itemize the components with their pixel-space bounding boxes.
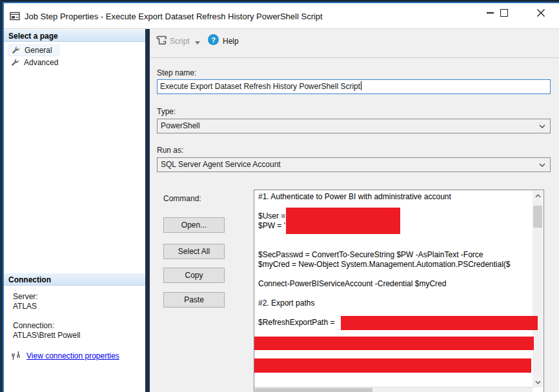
type-value: PowerShell (161, 121, 200, 130)
paste-button[interactable]: Paste (163, 292, 225, 308)
run-as-value: SQL Server Agent Service Account (161, 160, 281, 169)
maximize-button[interactable] (494, 0, 514, 25)
command-line: #1. Authenticate to Power BI with admini… (258, 192, 533, 202)
run-as-label: Run as: (157, 146, 183, 155)
select-page-sidebar: Select a page General Advanced Connectio… (4, 29, 145, 392)
redaction-block-line-1 (254, 337, 534, 350)
redaction-block-line-2 (254, 358, 531, 373)
chevron-down-icon (539, 124, 545, 128)
wrench-icon (10, 58, 19, 67)
connection-plug-icon (11, 350, 22, 361)
type-label: Type: (157, 107, 176, 116)
script-icon (155, 34, 167, 46)
job-step-properties-dialog: Job Step Properties - Execute Export Dat… (0, 0, 559, 392)
sidebar-item-label: Advanced (24, 58, 58, 67)
script-dropdown-chevron-icon[interactable] (195, 41, 200, 44)
horizontal-scrollbar-thumb[interactable] (255, 388, 372, 392)
close-icon (536, 8, 545, 17)
step-name-input[interactable]: Execute Export Dataset Refresh History P… (157, 79, 551, 94)
view-connection-properties-link[interactable]: View connection properties (26, 351, 119, 360)
text-caret (361, 81, 361, 90)
step-name-label: Step name: (157, 68, 196, 77)
command-line: #2. Export paths (258, 299, 533, 308)
chevron-down-icon (535, 380, 541, 384)
horizontal-scrollbar[interactable] (254, 387, 533, 392)
connection-label: Connection: (13, 321, 54, 330)
scroll-down-button[interactable] (533, 377, 543, 387)
scroll-up-button[interactable] (533, 191, 543, 201)
command-line (258, 270, 533, 279)
redaction-block-export-path (341, 316, 538, 330)
title-bar: Job Step Properties - Execute Export Dat… (4, 3, 559, 28)
chevron-down-icon (539, 163, 545, 167)
pane-divider (145, 29, 150, 392)
wrench-icon (11, 46, 20, 55)
command-label: Command: (163, 194, 201, 203)
run-as-dropdown[interactable]: SQL Server Agent Service Account (157, 157, 551, 172)
open-button[interactable]: Open... (163, 217, 225, 233)
server-label: Server: (13, 292, 38, 301)
command-line (258, 240, 533, 250)
sidebar-item-label: General (25, 46, 52, 55)
vertical-scrollbar[interactable] (533, 191, 543, 387)
connection-header: Connection (4, 273, 145, 286)
toolbar-separator (150, 57, 559, 58)
maximize-icon (500, 9, 508, 17)
help-button[interactable]: Help (223, 37, 239, 46)
dialog-icon (9, 10, 21, 22)
window-title: Job Step Properties - Execute Export Dat… (25, 12, 323, 21)
command-line: $SecPasswd = ConvertTo-SecureString $PW … (258, 250, 533, 260)
sidebar-item-advanced[interactable]: Advanced (8, 57, 65, 68)
copy-button[interactable]: Copy (163, 268, 225, 283)
type-dropdown[interactable]: PowerShell (157, 119, 551, 133)
help-icon: ? (208, 34, 219, 45)
chevron-up-icon (535, 194, 541, 198)
command-line (258, 289, 533, 299)
minimize-icon (487, 12, 494, 14)
sidebar-item-general[interactable]: General (8, 44, 59, 56)
close-button[interactable] (529, 0, 553, 25)
server-value: ATLAS (13, 302, 37, 311)
select-a-page-header: Select a page (4, 30, 145, 42)
command-line: $myCred = New-Object System.Management.A… (258, 260, 533, 270)
connection-value: ATLAS\Brett Powell (13, 331, 80, 340)
scrollbar-thumb[interactable] (533, 206, 542, 228)
select-all-button[interactable]: Select All (163, 244, 225, 259)
step-name-value: Execute Export Dataset Refresh History P… (160, 82, 360, 91)
script-button-label[interactable]: Script (170, 37, 190, 46)
redaction-block-credentials (286, 208, 400, 234)
command-line: Connect-PowerBIServiceAccount -Credentia… (258, 279, 533, 289)
